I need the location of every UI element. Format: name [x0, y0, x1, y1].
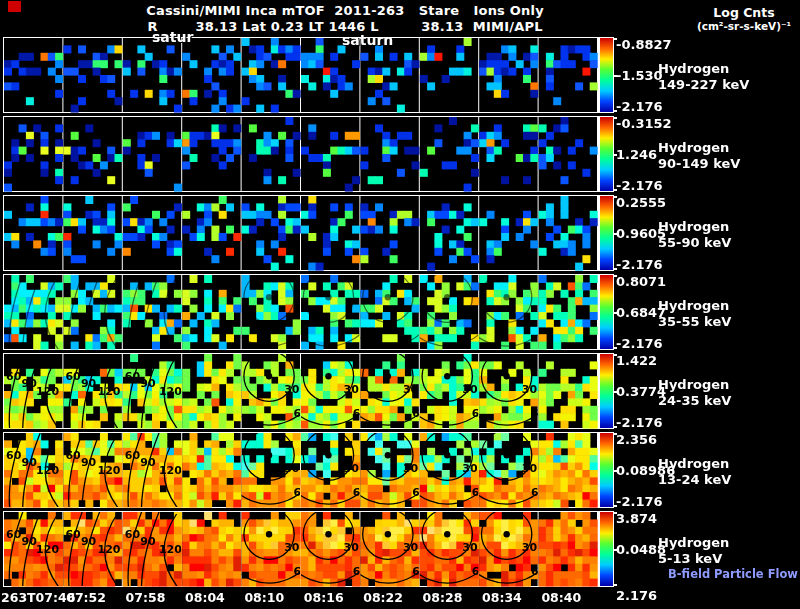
corner-artifact-block [8, 1, 21, 12]
colorbar-min-label: 2.176 [616, 588, 657, 603]
colorbar-min-label: -2.176 [616, 415, 663, 430]
colorbar-max-label: -0.8827 [616, 37, 672, 52]
time-tick-label: 08:34 [482, 590, 522, 605]
colorbar-min-label: -2.176 [616, 99, 663, 114]
colorbar-min-label: -2.176 [616, 257, 663, 272]
time-tick-label: 263T07:46 [1, 590, 75, 605]
row-species-label: Hydrogen [658, 61, 729, 76]
time-tick-label: 08:22 [363, 590, 403, 605]
time-tick-label: 07:58 [126, 590, 166, 605]
bfield-particle-flow-label: B-field Particle Flow [652, 567, 798, 581]
colorbar-min-label: -2.176 [616, 494, 663, 509]
row-energy-label: 90-149 keV [658, 156, 740, 171]
row-species-label: Hydrogen [658, 456, 729, 471]
annotation-saturn: saturn [342, 32, 393, 48]
row-species-label: Hydrogen [658, 140, 729, 155]
row-energy-label: 5-13 keV [658, 551, 722, 566]
colorbar-max-label: 0.8071 [616, 274, 666, 289]
row-species-label: Hydrogen [658, 298, 729, 313]
colorbar-max-label: -0.3152 [616, 116, 672, 131]
row-species-label: Hydrogen [658, 377, 729, 392]
colorbar-min-label: -2.176 [616, 178, 663, 193]
time-tick-label: 07:52 [66, 590, 106, 605]
colorbar-mid-label: 1.246 [616, 147, 657, 162]
time-tick-label: 08:40 [541, 590, 581, 605]
row-species-label: Hydrogen [658, 535, 729, 550]
time-tick-label: 08:16 [304, 590, 344, 605]
colorbar-mid-label: -1.530 [616, 68, 663, 83]
row-energy-label: 35-55 keV [658, 314, 731, 329]
row-energy-label: 24-35 keV [658, 393, 731, 408]
time-tick-label: 08:28 [423, 590, 463, 605]
time-tick-label: 08:04 [185, 590, 225, 605]
annotation-saturn-partial: satur [152, 29, 193, 45]
colorbar-min-label: -2.176 [616, 336, 663, 351]
colorbar-max-label: 0.2555 [616, 195, 666, 210]
colorbar-max-label: 2.356 [616, 432, 657, 447]
colorbar-max-label: 3.874 [616, 511, 657, 526]
row-energy-label: 13-24 keV [658, 472, 731, 487]
colorbar-max-label: 1.422 [616, 353, 657, 368]
time-tick-label: 08:10 [244, 590, 284, 605]
row-energy-label: 149-227 keV [658, 77, 749, 92]
row-energy-label: 55-90 keV [658, 235, 731, 250]
spectrogram-stage: Cassini/MIMI Inca mTOF 2011-263 Stare Io… [0, 0, 800, 609]
row-species-label: Hydrogen [658, 219, 729, 234]
